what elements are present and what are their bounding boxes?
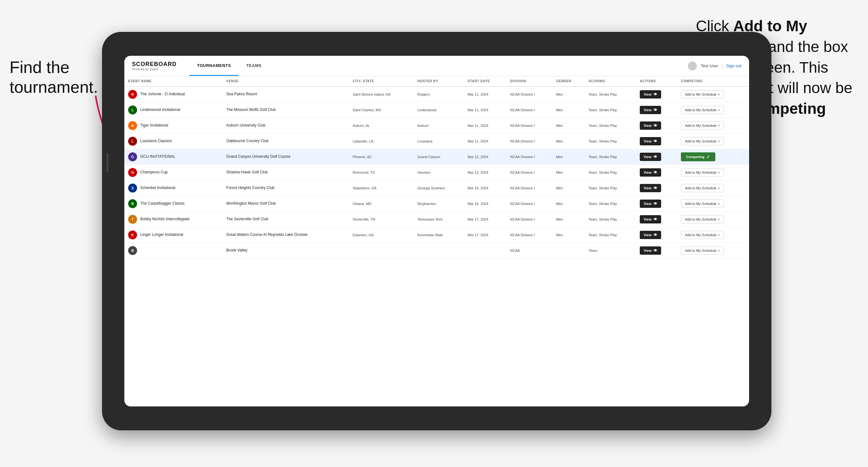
start-date-cell: Mar 11, 2024	[464, 133, 506, 149]
view-button[interactable]: View 👁	[640, 90, 661, 98]
eye-icon: 👁	[653, 248, 657, 253]
competing-label: Competing	[686, 155, 704, 159]
add-schedule-label: Add to My Schedule	[685, 202, 716, 206]
division-cell: NCAA Division I	[506, 180, 552, 196]
division-cell: NCAA Division I	[506, 86, 552, 102]
avatar	[688, 62, 697, 70]
scoring-cell: Team, Stroke Play	[585, 133, 636, 149]
actions-cell: View 👁	[636, 196, 677, 212]
division-cell: NCAA Division I	[506, 118, 552, 133]
view-label: View	[644, 249, 652, 252]
hosted-by-cell: Kennesaw State	[414, 227, 464, 243]
col-gender: GENDER	[552, 76, 585, 86]
header-right: Test User Sign out	[688, 62, 741, 70]
competing-cell: Add to My Schedule +	[677, 212, 749, 227]
add-to-schedule-button[interactable]: Add to My Schedule +	[681, 215, 724, 223]
view-button[interactable]: View 👁	[640, 184, 661, 192]
table-row: L Lindenwood Invitational The Missouri B…	[124, 102, 749, 118]
add-to-schedule-button[interactable]: Add to My Schedule +	[681, 137, 724, 145]
event-name: Champions Cup	[140, 170, 168, 175]
col-actions: ACTIONS	[636, 76, 677, 86]
add-to-schedule-button[interactable]: Add to My Schedule +	[681, 199, 724, 208]
actions-cell: View 👁	[636, 227, 677, 243]
add-to-schedule-button[interactable]: Add to My Schedule +	[681, 184, 724, 192]
view-label: View	[644, 202, 652, 206]
scoring-cell: Team, Stroke Play	[585, 165, 636, 180]
gender-cell: Men	[552, 165, 585, 180]
add-to-schedule-button[interactable]: Add to My Schedule +	[681, 106, 724, 114]
event-name: Linger Longer Invitational	[140, 232, 183, 238]
add-schedule-label: Add to My Schedule	[685, 92, 716, 96]
view-button[interactable]: View 👁	[640, 199, 661, 208]
plus-icon: +	[718, 108, 720, 112]
tab-tournaments[interactable]: TOURNAMENTS	[189, 56, 239, 76]
plus-icon: +	[718, 186, 720, 190]
competing-cell: Add to My Schedule +	[677, 133, 749, 149]
venue-cell: Brook Valley	[222, 243, 349, 258]
eye-icon: 👁	[653, 139, 657, 144]
start-date-cell: Mar 11, 2024	[464, 118, 506, 133]
view-button[interactable]: View 👁	[640, 106, 661, 114]
view-button[interactable]: View 👁	[640, 246, 661, 255]
add-to-schedule-button[interactable]: Add to My Schedule +	[681, 168, 724, 177]
col-event-name: EVENT NAME	[124, 76, 222, 86]
actions-cell: View 👁	[636, 86, 677, 102]
competing-button[interactable]: Competing ✓	[681, 152, 715, 161]
view-button[interactable]: View 👁	[640, 215, 661, 223]
tab-teams[interactable]: TEAMS	[239, 56, 269, 76]
table-row: L Louisiana Classics Oakbourne Country C…	[124, 133, 749, 149]
tournaments-table: EVENT NAME VENUE CITY, STATE HOSTED BY S…	[124, 76, 749, 258]
venue-cell: The Sevierville Golf Club	[222, 212, 349, 227]
view-button[interactable]: View 👁	[640, 137, 661, 145]
view-button[interactable]: View 👁	[640, 121, 661, 130]
event-name-cell: G GCU INVITATIONAL	[124, 149, 222, 165]
view-label: View	[644, 155, 652, 159]
add-to-schedule-button[interactable]: Add to My Schedule +	[681, 90, 724, 98]
venue-cell: Grand Canyon University Golf Course	[222, 149, 349, 165]
start-date-cell: Mar 17, 2024	[464, 212, 506, 227]
competing-cell: Add to My Schedule +	[677, 165, 749, 180]
tablet-frame: SCOREBOARD Powered by clippd TOURNAMENTS…	[102, 32, 771, 430]
actions-cell: View 👁	[636, 165, 677, 180]
event-name-cell: K Linger Longer Invitational	[124, 227, 222, 243]
table-row: H Champions Cup Shadow Hawk Golf ClubRic…	[124, 165, 749, 180]
start-date-cell: Mar 15, 2024	[464, 180, 506, 196]
venue-cell: Great Waters Course At Reynolds Lake Oco…	[222, 227, 349, 243]
table-row: S Schenkel Invitational Forest Heights C…	[124, 180, 749, 196]
division-cell: NCAA Division I	[506, 196, 552, 212]
view-button[interactable]: View 👁	[640, 168, 661, 177]
view-button[interactable]: View 👁	[640, 153, 661, 161]
venue-cell: Auburn University Club	[222, 118, 349, 133]
add-schedule-label: Add to My Schedule	[685, 170, 716, 175]
event-name: Lindenwood Invitational	[140, 107, 180, 113]
event-name-cell: R The Johnnie - O Individual	[124, 86, 222, 102]
division-cell: NCAA Division I	[506, 165, 552, 180]
hosted-by-cell: Auburn	[414, 118, 464, 133]
venue-cell: Worthington Manor Golf Club	[222, 196, 349, 212]
view-label: View	[644, 139, 652, 143]
view-label: View	[644, 170, 652, 175]
division-cell: NCAA Division I	[506, 133, 552, 149]
eye-icon: 👁	[653, 201, 657, 206]
table-row: B Brook ValleyNCAATeam, View 👁 Add to My…	[124, 243, 749, 258]
team-logo: L	[128, 137, 137, 146]
team-logo: H	[128, 168, 137, 177]
add-to-schedule-button[interactable]: Add to My Schedule +	[681, 231, 724, 239]
add-to-schedule-button[interactable]: Add to My Schedule +	[681, 121, 724, 130]
event-name-cell: H Champions Cup	[124, 165, 222, 180]
venue-cell: Sea Palms Resort	[222, 86, 349, 102]
eye-icon: 👁	[653, 123, 657, 128]
event-name: The Carpetbagger Classic	[140, 201, 185, 206]
add-to-schedule-button[interactable]: Add to My Schedule +	[681, 246, 724, 255]
event-name: Schenkel Invitational	[140, 186, 175, 191]
table-row: A Tiger Invitational Auburn University C…	[124, 118, 749, 133]
signout-link[interactable]: Sign out	[726, 63, 741, 68]
venue-cell: Shadow Hawk Golf Club	[222, 165, 349, 180]
col-competing: COMPETING	[677, 76, 749, 86]
view-button[interactable]: View 👁	[640, 231, 661, 239]
division-cell: NCAA	[506, 243, 552, 258]
table-header: EVENT NAME VENUE CITY, STATE HOSTED BY S…	[124, 76, 749, 86]
eye-icon: 👁	[653, 186, 657, 190]
plus-icon: +	[718, 249, 720, 252]
start-date-cell: Mar 11, 2024	[464, 102, 506, 118]
